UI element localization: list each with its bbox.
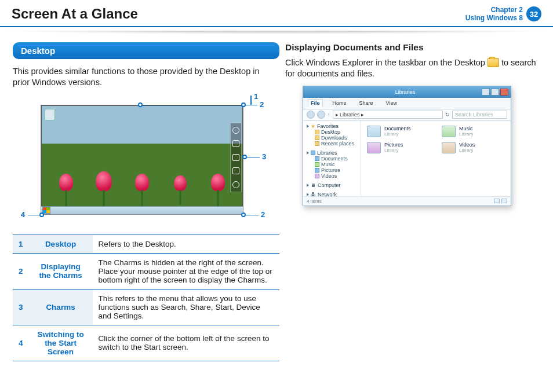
ribbon-tab-home: Home bbox=[330, 99, 350, 107]
music-library-icon bbox=[442, 126, 456, 137]
explorer-titlebar: Libraries bbox=[303, 86, 511, 98]
explorer-inline-icon bbox=[487, 58, 499, 67]
chapter-name: Chapter 2 bbox=[491, 6, 523, 14]
library-tile-videos: VideosLibrary bbox=[442, 142, 505, 153]
nav-forward-icon bbox=[317, 111, 325, 119]
nav-up-icon: ↑ bbox=[328, 112, 330, 118]
reference-table: 1 Desktop Refers to the Desktop. 2 Displ… bbox=[13, 235, 279, 361]
table-row: 4 Switching to the Start Screen Click th… bbox=[13, 325, 279, 361]
explorer-nav-pane: ★Favorites Desktop Downloads Recent plac… bbox=[303, 121, 361, 196]
library-tile-documents: DocumentsLibrary bbox=[367, 126, 430, 137]
callout-2-top: 2 bbox=[260, 100, 264, 109]
charm-share-icon bbox=[232, 140, 239, 147]
page-title: Screen At a Glance bbox=[12, 6, 138, 22]
explorer-ribbon: File Home Share View bbox=[303, 98, 511, 109]
close-icon bbox=[500, 89, 508, 96]
ribbon-tab-share: Share bbox=[356, 99, 376, 107]
charm-start-icon bbox=[232, 154, 239, 161]
library-tile-pictures: PicturesLibrary bbox=[367, 142, 430, 153]
table-row: 2 Displaying the Charms The Charms is hi… bbox=[13, 253, 279, 289]
view-details-icon bbox=[494, 199, 500, 203]
explorer-window: Libraries File Home Share View ↑ ▸ Libra… bbox=[303, 86, 511, 206]
ribbon-tab-file: File bbox=[308, 99, 323, 107]
minimize-icon bbox=[482, 89, 490, 96]
chapter-subtitle: Using Windows 8 bbox=[465, 14, 523, 22]
videos-library-icon bbox=[442, 142, 456, 153]
recycle-bin-icon bbox=[45, 109, 55, 120]
table-row: 1 Desktop Refers to the Desktop. bbox=[13, 235, 279, 253]
desktop-annotated-figure: 1 2 3 2 4 bbox=[23, 94, 278, 228]
refresh-icon: ↻ bbox=[445, 112, 450, 118]
charm-devices-icon bbox=[232, 167, 239, 174]
explorer-address-bar: ↑ ▸ Libraries ▸ ↻ Search Libraries bbox=[303, 109, 511, 121]
pictures-library-icon bbox=[367, 142, 381, 153]
taskbar bbox=[41, 206, 243, 214]
table-row: 3 Charms This refers to the menu that al… bbox=[13, 289, 279, 325]
breadcrumb: ▸ Libraries ▸ bbox=[333, 111, 443, 119]
library-tile-music: MusicLibrary bbox=[442, 126, 505, 137]
section-heading-desktop: Desktop bbox=[13, 42, 279, 59]
status-item-count: 4 items bbox=[307, 199, 322, 204]
subsection-text: Click Windows Explorer in the taskbar on… bbox=[285, 57, 540, 80]
search-input: Search Libraries bbox=[452, 111, 507, 119]
nav-back-icon bbox=[307, 111, 315, 119]
section-intro: This provides similar functions to those… bbox=[13, 66, 268, 89]
subheading-displaying-files: Displaying Documents and Files bbox=[285, 42, 540, 53]
view-tiles-icon bbox=[501, 199, 507, 203]
maximize-icon bbox=[491, 89, 499, 96]
charm-settings-icon bbox=[232, 181, 239, 188]
callout-4: 4 bbox=[21, 210, 25, 219]
explorer-content: DocumentsLibrary MusicLibrary PicturesLi… bbox=[361, 121, 511, 196]
desktop-screenshot bbox=[41, 105, 243, 215]
charm-search-icon bbox=[232, 127, 239, 134]
start-button-icon bbox=[42, 207, 50, 214]
callout-2-bottom: 2 bbox=[261, 210, 265, 219]
ribbon-tab-view: View bbox=[383, 99, 400, 107]
explorer-title-text: Libraries bbox=[395, 89, 416, 95]
chapter-indicator: Chapter 2 Using Windows 8 32 bbox=[465, 6, 541, 23]
callout-3: 3 bbox=[262, 152, 266, 161]
page-number-badge: 32 bbox=[526, 6, 541, 21]
header-rule bbox=[0, 26, 553, 27]
documents-library-icon bbox=[367, 126, 381, 137]
explorer-status-bar: 4 items bbox=[303, 196, 511, 206]
callout-1: 1 bbox=[254, 92, 258, 101]
charms-bar bbox=[230, 123, 242, 192]
